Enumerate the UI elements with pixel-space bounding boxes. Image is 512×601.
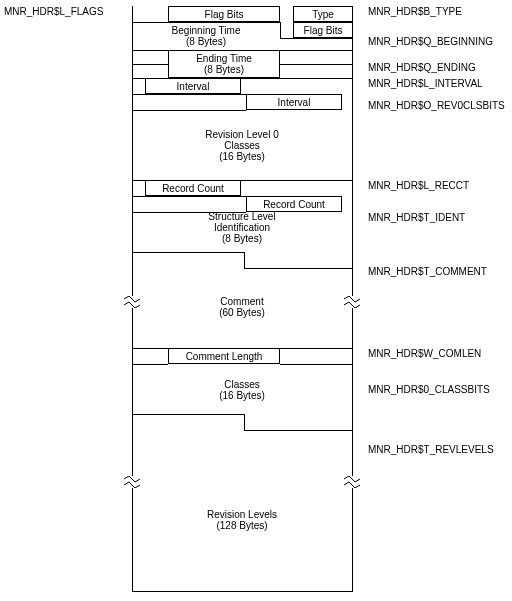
cell-flag-bits-1: Flag Bits [168,6,280,22]
text: MNR_HDR$T_IDENT [368,212,465,223]
text: Record Count [162,183,224,194]
text: Comment Length [186,351,263,362]
text: MNR_HDR$W_COMLEN [368,348,481,359]
label-right-rev0: MNR_HDR$O_REV0CLSBITS [368,100,508,111]
ident-bot-right [244,268,353,269]
ident-bot-left [132,252,244,253]
bottom-line [132,591,353,592]
text: (8 Bytes) [222,233,262,244]
text: Interval [177,81,210,92]
label-right-beginning: MNR_HDR$Q_BEGINNING [368,36,508,47]
text: Flag Bits [205,9,244,20]
text: Revision Level 0 [205,129,278,140]
cell-flag-bits-2: Flag Bits [293,22,353,38]
classes-step-v [244,414,245,430]
cell-recct-left: Record Count [145,180,241,196]
text: Revision Levels [207,509,277,520]
text: (8 Bytes) [186,36,226,47]
label-right-recct: MNR_HDR$L_RECCT [368,180,508,191]
break-left-1 [124,296,140,308]
cell-interval-right: Interval [246,94,342,110]
beg-step [280,38,353,39]
label-right-revlevels: MNR_HDR$T_REVLEVELS [368,444,508,455]
diagram-wrap: Flag Bits Type Flag Bits Beginning Time … [0,0,512,601]
text: MNR_HDR$T_REVLEVELS [368,444,494,455]
cell-comment: Comment (60 Bytes) [132,282,352,332]
cell-beginning: Beginning Time (8 Bytes) [132,22,280,50]
text: (128 Bytes) [216,520,267,531]
cell-comlen: Comment Length [168,348,280,364]
cell-type: Type [293,6,353,22]
text: Structure Level [208,211,275,222]
cell-ending-top: Ending Time (8 Bytes) [168,50,280,78]
text: Type [312,9,334,20]
text: Classes [224,140,260,151]
beg-right-upper [280,22,281,38]
text: Comment [220,296,263,307]
text: Interval [278,97,311,108]
cell-ident: Structure Level Identification (8 Bytes) [132,206,352,248]
cell-revlevels: Revision Levels (128 Bytes) [132,500,352,540]
label-right-comlen: MNR_HDR$W_COMLEN [368,348,508,359]
text: (16 Bytes) [219,151,265,162]
text: (60 Bytes) [219,307,265,318]
label-right-ident: MNR_HDR$T_IDENT [368,212,508,223]
classes-bot-right [244,430,353,431]
ending-step-left [132,64,168,65]
label-right-type: MNR_HDR$B_TYPE [368,6,508,17]
label-right-comment: MNR_HDR$T_COMMENT [368,266,508,277]
ident-step-v [244,252,245,268]
ending-step-right [280,64,353,65]
cell-interval-left: Interval [145,78,241,94]
text: Beginning Time [172,25,241,36]
rev0-top-left [132,110,246,111]
text: Ending Time [196,53,252,64]
text: MNR_HDR$0_CLASSBITS [368,384,490,395]
cell-rev0: Revision Level 0 Classes (16 Bytes) [132,118,352,173]
text: (8 Bytes) [204,64,244,75]
text: Identification [214,222,270,233]
recct-mid [132,196,246,197]
break-right-1 [344,296,360,308]
text: MNR_HDR$T_COMMENT [368,266,487,277]
text: Flag Bits [304,25,343,36]
text: (16 Bytes) [219,390,265,401]
label-right-classbits: MNR_HDR$0_CLASSBITS [368,384,508,395]
text: MNR_HDR$Q_BEGINNING [368,36,493,47]
text: MNR_HDR$L_INTERVAL [368,78,483,89]
text: MNR_HDR$L_FLAGS [4,6,103,17]
label-right-interval: MNR_HDR$L_INTERVAL [368,78,508,89]
text: MNR_HDR$B_TYPE [368,6,462,17]
classes-bot-left [132,414,244,415]
label-left-flags: MNR_HDR$L_FLAGS [4,6,124,17]
break-right-2 [344,476,360,488]
text: MNR_HDR$O_REV0CLSBITS [368,100,505,111]
break-left-2 [124,476,140,488]
text: Classes [224,379,260,390]
text: MNR_HDR$L_RECCT [368,180,469,191]
comlen-left-step [132,364,168,365]
text: MNR_HDR$Q_ENDING [368,62,476,73]
cell-classes: Classes (16 Bytes) [132,370,352,410]
label-right-ending: MNR_HDR$Q_ENDING [368,62,508,73]
comlen-step [280,364,353,365]
interval-mid [132,94,246,95]
